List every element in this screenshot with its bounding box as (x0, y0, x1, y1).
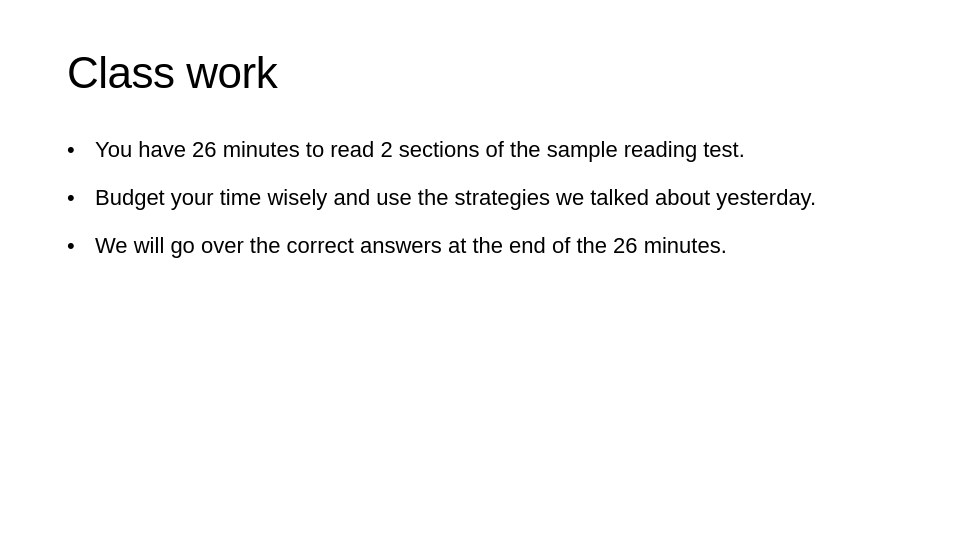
slide-title: Class work (67, 48, 893, 98)
bullet-item-3: • We will go over the correct answers at… (67, 230, 893, 262)
bullet-dot-2: • (67, 182, 89, 214)
bullet-text-3: We will go over the correct answers at t… (95, 230, 893, 262)
slide-container: Class work • You have 26 minutes to read… (0, 0, 960, 540)
bullet-dot-3: • (67, 230, 89, 262)
bullet-text-1: You have 26 minutes to read 2 sections o… (95, 134, 893, 166)
bullet-list: • You have 26 minutes to read 2 sections… (67, 134, 893, 262)
bullet-dot-1: • (67, 134, 89, 166)
bullet-item-1: • You have 26 minutes to read 2 sections… (67, 134, 893, 166)
bullet-item-2: • Budget your time wisely and use the st… (67, 182, 893, 214)
bullet-text-2: Budget your time wisely and use the stra… (95, 182, 893, 214)
